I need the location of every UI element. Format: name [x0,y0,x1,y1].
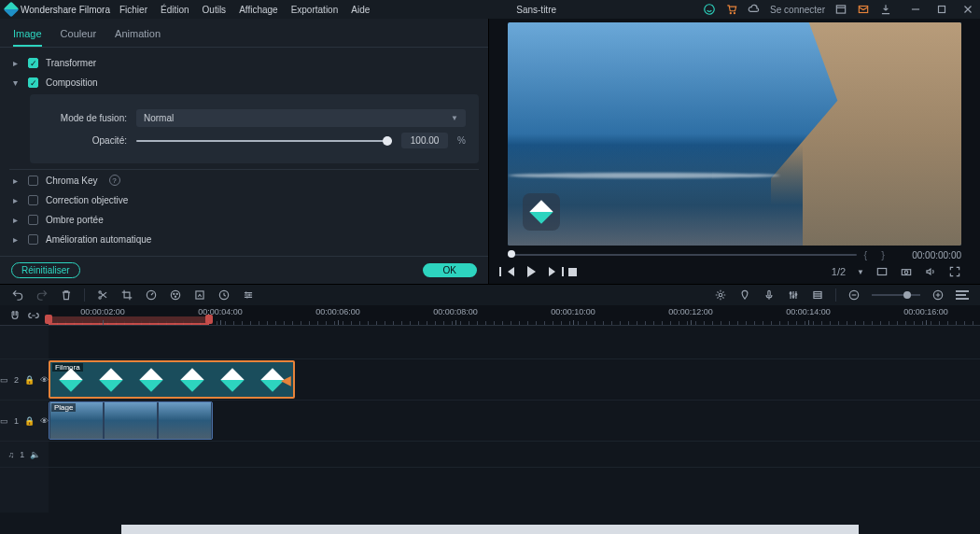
volume-icon[interactable] [924,265,937,278]
track-head-v1[interactable]: ▭ 1 🔒 👁 [0,400,49,441]
snapshot-icon[interactable] [900,265,913,278]
redo-icon[interactable] [35,288,49,302]
prop-shadow[interactable]: ▸ Ombre portée [9,210,479,230]
ruler-tick-label: 00:00:12:00 [668,307,713,316]
tab-animation[interactable]: Animation [115,24,161,47]
clip-plage[interactable]: Plage [49,401,213,440]
stop-button[interactable] [568,268,577,276]
prop-transformer[interactable]: ▸ ✓ Transformer [9,53,479,73]
menu-view[interactable]: Affichage [239,5,278,15]
cloud-icon[interactable] [748,3,761,16]
checkbox-transformer[interactable]: ✓ [28,58,38,68]
ruler-body[interactable]: 00:00:02:0000:00:04:0000:00:06:0000:00:0… [49,305,980,325]
split-icon[interactable] [96,288,109,302]
fullscreen-icon[interactable] [948,265,961,278]
list-icon[interactable] [811,288,824,302]
in-out-brackets[interactable]: { } [864,249,890,260]
checkbox-shadow[interactable] [28,215,38,225]
download-icon[interactable] [879,3,892,16]
trim-arrow-icon[interactable]: ◀ [281,372,291,387]
tab-image[interactable]: Image [13,24,42,47]
menu-help[interactable]: Aide [351,5,370,15]
blend-mode-select[interactable]: Normal ▼ [136,109,466,127]
delete-icon[interactable] [60,288,73,302]
lock-icon[interactable]: 🔒 [24,416,35,426]
cart-icon[interactable] [725,3,738,16]
color-icon[interactable] [169,288,182,302]
speed-icon[interactable] [145,288,158,302]
link-icon[interactable] [27,309,40,322]
track-body-a1[interactable] [49,442,980,467]
lock-icon[interactable]: 🔒 [24,375,35,385]
menu-file[interactable]: Fichier [119,5,147,15]
undo-icon[interactable] [11,288,24,302]
sign-in-link[interactable]: Se connecter [770,5,825,15]
play-button[interactable] [527,266,536,277]
track-spacer-body[interactable] [49,468,980,513]
menu-tools[interactable]: Outils [203,5,227,15]
eye-icon[interactable]: 👁 [40,416,49,426]
ok-button[interactable]: OK [423,263,477,277]
filmora-icon [180,368,203,391]
window-icon[interactable] [834,3,847,16]
prop-composition[interactable]: ▾ ✓ Composition [9,73,479,92]
checkbox-chroma[interactable] [28,176,38,186]
svg-point-1 [730,13,731,14]
eye-icon[interactable]: 👁 [40,375,49,385]
clip-filmora[interactable]: Filmora ◀ [49,360,295,399]
zoom-slider[interactable] [872,294,920,296]
tab-color[interactable]: Couleur [61,24,97,47]
next-frame-button[interactable] [549,267,555,276]
menu-export[interactable]: Exportation [291,5,339,15]
opacity-slider[interactable] [136,140,392,142]
timeline: 00:00:02:0000:00:04:0000:00:06:0000:00:0… [0,305,980,534]
track-head-a1[interactable]: ♫ 1 🔈 [0,442,49,467]
window-controls [909,3,974,16]
maximize-button[interactable] [935,3,948,16]
marker-icon[interactable] [738,288,751,302]
mail-icon[interactable] [857,3,870,16]
menu-edit[interactable]: Édition [161,5,189,15]
track-body-v2[interactable]: Filmora ◀ [49,359,980,400]
playhead-slider[interactable] [508,254,857,256]
mute-icon[interactable]: 🔈 [30,450,40,459]
magnet-icon[interactable] [8,309,21,322]
support-icon[interactable] [703,3,716,16]
track-body-v1[interactable]: Plage [49,400,980,441]
reset-button[interactable]: Réinitialiser [11,262,80,278]
prop-correction[interactable]: ▸ Correction objective [9,190,479,210]
preview-viewport[interactable] [508,22,961,246]
mixer-icon[interactable] [787,288,800,302]
fit-icon[interactable] [956,288,969,302]
opacity-label: Opacité: [43,135,127,146]
checkbox-correction[interactable] [28,195,38,205]
minimize-button[interactable] [909,3,922,16]
close-button[interactable] [961,3,974,16]
mix-icon[interactable] [714,288,727,302]
track-head-v2[interactable]: ▭ 2 🔒 👁 [0,359,49,400]
crop-icon[interactable] [120,288,133,302]
slider-thumb[interactable] [903,291,911,299]
checkbox-composition[interactable]: ✓ [28,77,38,88]
prev-frame-button[interactable] [508,267,514,276]
music-icon: ♫ [8,450,15,459]
keyframe-icon[interactable] [217,288,231,302]
track-spacer-body[interactable] [49,326,980,358]
help-icon[interactable]: ? [109,175,120,186]
chevron-down-icon[interactable]: ▼ [857,268,864,276]
filmora-icon [529,200,553,223]
display-mode-icon[interactable] [875,265,889,278]
timeline-selection[interactable] [49,316,209,325]
record-icon[interactable] [763,288,776,302]
opacity-input[interactable]: 100.00 [401,133,448,148]
zoom-out-icon[interactable] [847,288,861,302]
playhead-thumb[interactable] [508,250,515,258]
prop-auto[interactable]: ▸ Amélioration automatique [9,230,479,249]
adjust-icon[interactable] [242,288,255,302]
checkbox-auto[interactable] [28,234,38,245]
prop-chroma[interactable]: ▸ Chroma Key ? [9,170,479,190]
zoom-in-icon[interactable] [931,288,945,302]
slider-thumb[interactable] [383,136,392,146]
greenscreen-icon[interactable] [193,288,206,302]
horizontal-scrollbar[interactable] [121,525,859,534]
